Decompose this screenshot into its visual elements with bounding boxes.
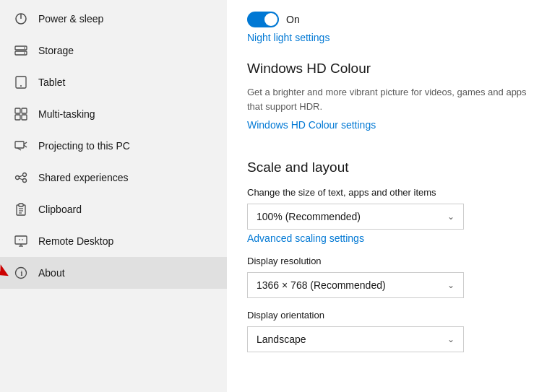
hd-colour-settings-link[interactable]: Windows HD Colour settings [247, 119, 376, 131]
clipboard-icon [14, 202, 28, 217]
sidebar-item-projecting-label: Projecting to this PC [38, 140, 130, 152]
sidebar-item-storage[interactable]: Storage [0, 35, 227, 66]
sidebar: Power & sleep Storage Tablet [0, 0, 227, 392]
sidebar-item-remote-desktop-label: Remote Desktop [38, 235, 113, 247]
change-size-label: Change the size of text, apps and other … [247, 187, 527, 198]
sidebar-item-multi-tasking[interactable]: Multi-tasking [0, 98, 227, 130]
sidebar-item-tablet[interactable]: Tablet [0, 66, 227, 98]
sidebar-item-multi-tasking-label: Multi-tasking [38, 108, 95, 120]
night-light-toggle[interactable] [247, 12, 279, 27]
svg-text:i: i [21, 269, 23, 277]
night-light-settings-link[interactable]: Night light settings [247, 32, 330, 43]
display-orientation-label: Display orientation [247, 310, 527, 321]
svg-rect-10 [15, 115, 20, 120]
toggle-on-label: On [286, 14, 300, 25]
orientation-dropdown-value: Landscape [257, 334, 306, 345]
display-resolution-label: Display resolution [247, 256, 527, 266]
svg-rect-9 [22, 108, 27, 113]
svg-rect-12 [15, 141, 24, 148]
orientation-dropdown[interactable]: Landscape ⌄ [247, 326, 464, 352]
orientation-dropdown-arrow: ⌄ [447, 334, 455, 344]
resolution-dropdown-arrow: ⌄ [447, 280, 455, 290]
svg-point-17 [23, 173, 27, 177]
about-icon: i [14, 266, 28, 280]
sidebar-item-power-sleep-label: Power & sleep [38, 13, 103, 25]
multitask-icon [14, 107, 28, 121]
svg-rect-8 [15, 108, 20, 113]
svg-point-16 [16, 176, 20, 180]
scale-layout-section: Scale and layout Change the size of text… [247, 160, 527, 352]
main-content: On Night light settings Windows HD Colou… [227, 0, 547, 392]
sidebar-item-power-sleep[interactable]: Power & sleep [0, 3, 227, 35]
storage-icon [14, 43, 28, 58]
svg-rect-22 [19, 204, 23, 206]
sidebar-item-remote-desktop[interactable]: Remote Desktop [0, 225, 227, 257]
svg-line-19 [20, 175, 23, 177]
scale-dropdown-value: 100% (Recommended) [257, 211, 361, 222]
svg-point-4 [24, 48, 25, 49]
sidebar-item-shared-experiences-label: Shared experiences [38, 172, 129, 183]
resolution-dropdown[interactable]: 1366 × 768 (Recommended) ⌄ [247, 272, 464, 298]
sidebar-item-projecting[interactable]: Projecting to this PC [0, 130, 227, 162]
sidebar-item-clipboard-label: Clipboard [38, 204, 82, 215]
resolution-dropdown-value: 1366 × 768 (Recommended) [257, 279, 386, 291]
shared-experiences-icon [14, 170, 28, 185]
svg-rect-26 [15, 236, 27, 244]
svg-point-5 [24, 53, 25, 54]
svg-line-20 [20, 178, 23, 180]
advanced-scaling-link[interactable]: Advanced scaling settings [247, 232, 527, 244]
sidebar-item-tablet-label: Tablet [38, 77, 65, 88]
svg-point-7 [20, 85, 22, 87]
scale-dropdown-arrow: ⌄ [447, 212, 455, 222]
scale-dropdown[interactable]: 100% (Recommended) ⌄ [247, 204, 464, 230]
svg-rect-11 [22, 115, 27, 120]
sidebar-item-storage-label: Storage [38, 45, 74, 56]
remote-desktop-icon [14, 234, 28, 248]
sidebar-item-clipboard[interactable]: Clipboard [0, 193, 227, 225]
sidebar-item-shared-experiences[interactable]: Shared experiences [0, 162, 227, 193]
sidebar-item-about[interactable]: i About ➤ [0, 257, 227, 289]
svg-point-18 [23, 179, 27, 183]
power-sleep-icon [14, 12, 28, 26]
scale-layout-title: Scale and layout [247, 160, 527, 175]
hd-colour-section: Windows HD Colour Get a brighter and mor… [247, 61, 527, 148]
sidebar-item-about-label: About [38, 267, 65, 279]
tablet-icon [14, 75, 28, 90]
projecting-icon [14, 139, 28, 153]
night-light-toggle-row: On [247, 12, 527, 27]
hd-colour-description: Get a brighter and more vibrant picture … [247, 85, 527, 113]
hd-colour-title: Windows HD Colour [247, 61, 527, 77]
